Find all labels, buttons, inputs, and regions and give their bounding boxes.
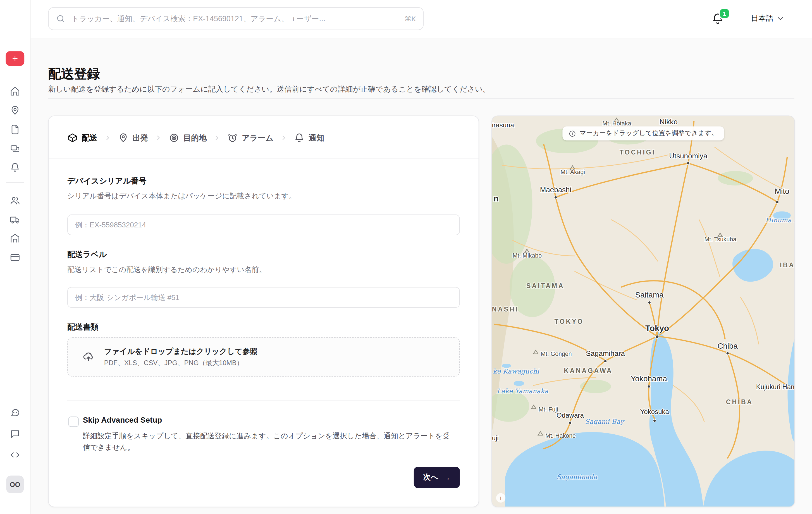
stepper-divider (49, 159, 478, 159)
skip-description: 詳細設定手順をスキップして、直接配送登録に進みます。このオプションを選択した場合… (83, 430, 457, 453)
package-icon (67, 133, 78, 143)
map-label: Lake Yamanaka (497, 387, 548, 395)
map-label: Kujukuri Ham (756, 383, 794, 391)
documents-label: 配送書類 (67, 322, 98, 332)
search-icon (56, 14, 65, 23)
map-label: Yokosuka (640, 408, 669, 416)
chevron-right-icon (280, 134, 287, 141)
shipment-label-label: 配送ラベル (67, 250, 107, 259)
search-shortcut: ⌘K (405, 15, 416, 23)
map-label: Hinuma S (765, 216, 794, 224)
map-label: Sagaminada (556, 473, 597, 481)
users-icon[interactable] (10, 195, 20, 206)
bell-icon[interactable] (10, 162, 20, 172)
page-title: 配送登録 (48, 65, 100, 82)
map-label: Chiba (717, 342, 738, 350)
serial-input[interactable] (67, 215, 460, 235)
plus-icon (11, 55, 19, 62)
alarm-clock-icon (227, 133, 238, 143)
warehouse-icon[interactable] (10, 233, 20, 244)
page-subtitle: 新しい配送を登録するために以下のフォームに記入してください。送信前にすべての詳細… (48, 84, 490, 94)
skip-checkbox[interactable] (68, 417, 79, 427)
map-label: Mt. Mikabo (513, 252, 542, 259)
sidebar-divider (6, 182, 24, 183)
file-dropzone[interactable]: ファイルをドロップまたはクリックして参照 PDF、XLS、CSV、JPG、PNG… (67, 337, 460, 376)
map-attribution-icon[interactable]: i (496, 493, 505, 503)
user-avatar[interactable]: OO (6, 476, 24, 493)
info-icon (569, 130, 576, 137)
map-note-text: マーカーをドラッグして位置を調整できます。 (580, 129, 718, 138)
notifications-button[interactable]: 1 (712, 12, 725, 26)
shipment-form-card: 配送 出発 目的地 アラーム (48, 116, 479, 507)
feedback-icon[interactable] (10, 429, 20, 439)
chevron-right-icon (213, 134, 221, 141)
devices-icon[interactable] (10, 144, 20, 154)
step-label: 配送 (82, 133, 97, 143)
serial-label: デバイスシリアル番号 (67, 176, 146, 186)
app-root: OO ⌘K 1 日本語 配送登録 新しい配送を登録するために以下のフォームに記入… (0, 0, 812, 514)
location-pin-icon[interactable] (10, 105, 20, 115)
map-label: ke Kawaguchi (493, 367, 540, 375)
map-label: Mt. Fuji (539, 406, 558, 413)
avatar-initials: OO (10, 481, 20, 488)
map-label: Tokyo (645, 323, 669, 333)
sidebar: OO (0, 0, 30, 514)
home-icon[interactable] (10, 86, 20, 96)
page-divider (48, 98, 794, 99)
map-label: n (493, 194, 498, 203)
map-label: Saitama (635, 290, 664, 299)
map-label: IBAR (780, 261, 794, 269)
language-selector[interactable]: 日本語 (751, 13, 784, 23)
document-icon[interactable] (10, 124, 20, 135)
map-label: SAITAMA (526, 282, 564, 289)
global-search[interactable]: ⌘K (48, 7, 424, 30)
code-icon[interactable] (10, 450, 20, 460)
language-label: 日本語 (751, 13, 774, 23)
billing-card-icon[interactable] (10, 252, 20, 263)
search-input[interactable] (70, 14, 399, 23)
add-button[interactable] (6, 51, 24, 66)
topbar: ⌘K 1 日本語 (30, 0, 812, 38)
map-label: Yokohama (631, 374, 667, 383)
truck-icon[interactable] (10, 215, 20, 225)
step-origin[interactable]: 出発 (118, 133, 148, 143)
map-label: Sagami Bay (585, 418, 625, 425)
serial-help: シリアル番号はデバイス本体またはパッケージに記載されています。 (67, 192, 296, 201)
shipment-label-input[interactable] (67, 287, 460, 308)
map-label: TOKYO (555, 318, 584, 325)
map-label: Mt. Hotaka (602, 120, 631, 127)
map-label: Odawara (556, 411, 584, 419)
map-label: Nikko (660, 118, 678, 126)
target-icon (169, 133, 179, 143)
chevron-right-icon (104, 134, 111, 141)
form-divider (67, 401, 460, 401)
step-notifications[interactable]: 通知 (294, 133, 324, 143)
next-label: 次へ (423, 473, 438, 482)
map-label: Mt. Tsukuba (704, 236, 736, 243)
map-label: NASHI (492, 306, 519, 313)
chat-icon[interactable] (10, 407, 20, 418)
skip-label: Skip Advanced Setup (83, 416, 162, 424)
dropzone-title: ファイルをドロップまたはクリックして参照 (104, 346, 257, 356)
next-button[interactable]: 次へ → (414, 467, 460, 488)
map-label: CHIBA (726, 398, 753, 406)
chevron-down-icon (776, 14, 784, 23)
step-shipment[interactable]: 配送 (67, 133, 97, 143)
map-panel[interactable]: Mt. Hotaka Nikko irasuna TOCHIGI Utsunom… (491, 116, 795, 507)
step-alarm[interactable]: アラーム (227, 133, 273, 143)
shipment-label-help: 配送リストでこの配送を識別するためのわかりやすい名前。 (67, 265, 266, 275)
map-label: KANAGAWA (564, 367, 613, 374)
notification-badge: 1 (719, 8, 730, 19)
map-label: Maebashi (540, 185, 572, 194)
step-label: アラーム (242, 133, 273, 143)
map-canvas[interactable]: Mt. Hotaka Nikko irasuna TOCHIGI Utsunom… (492, 116, 794, 507)
step-label: 目的地 (183, 133, 207, 143)
wizard-stepper: 配送 出発 目的地 アラーム (67, 133, 460, 143)
map-label: Mt. Gongen (541, 350, 572, 357)
step-destination[interactable]: 目的地 (169, 133, 207, 143)
upload-cloud-icon (82, 351, 95, 364)
map-label: Mito (775, 187, 789, 196)
arrow-right-icon: → (443, 473, 451, 482)
map-label: uji (492, 434, 499, 441)
dropzone-hint: PDF、XLS、CSV、JPG、PNG（最大10MB） (104, 358, 257, 367)
